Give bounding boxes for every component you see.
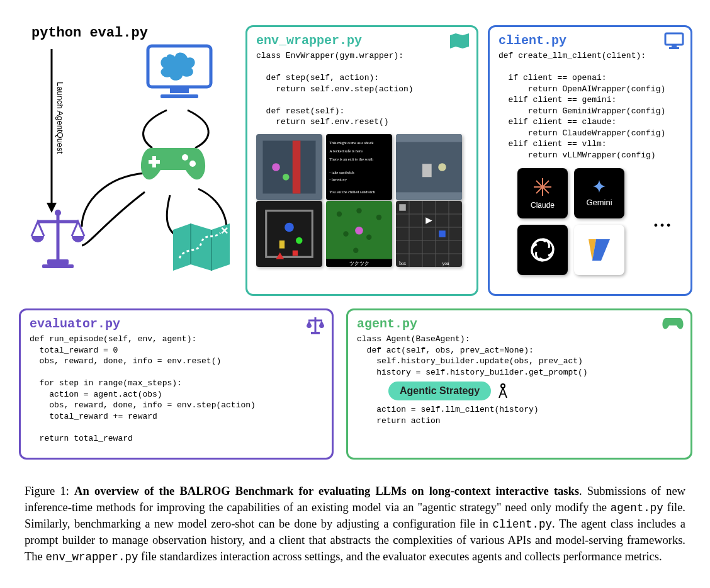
agentic-strategy-pill: Agentic Strategy (388, 382, 491, 400)
gemini-logo: Gemini (574, 168, 624, 218)
svg-text:you: you (442, 261, 449, 266)
game-thumb: boxyou (396, 201, 462, 267)
svg-line-75 (536, 181, 543, 187)
vllm-logo (574, 225, 624, 275)
brain-monitor-icon (145, 43, 214, 105)
env-title: env_wrapper.py (256, 33, 468, 48)
caption-code: env_wrapper.py (45, 551, 138, 563)
svg-point-20 (272, 163, 280, 171)
figure-caption: Figure 1: An overview of the BALROG Benc… (25, 483, 685, 565)
svg-rect-4 (161, 94, 198, 98)
svg-rect-30 (396, 134, 462, 142)
svg-rect-15 (47, 259, 69, 264)
client-panel: client.py def create_llm_client(client):… (488, 25, 692, 296)
svg-rect-32 (422, 164, 432, 177)
svg-point-40 (296, 237, 303, 244)
svg-point-82 (501, 384, 505, 388)
caption-code: client.py (493, 518, 553, 531)
agent-code-bottom: action = self.llm_client(history) return… (357, 404, 682, 426)
scales-corner-icon (305, 315, 325, 338)
svg-text:This might come as a shock: This might come as a shock (329, 140, 374, 145)
client-code: def create_llm_client(client): if client… (499, 50, 682, 161)
evaluator-panel: evaluator.py def run_episode(self, env, … (19, 308, 334, 460)
svg-point-45 (343, 231, 348, 236)
svg-line-83 (499, 388, 503, 398)
evaluator-title: evaluator.py (30, 317, 323, 331)
compass-icon (497, 383, 509, 402)
svg-point-13 (55, 210, 61, 216)
svg-line-69 (543, 181, 549, 187)
env-code: class EnvWrapper(gym.wrapper): def step(… (256, 50, 468, 128)
svg-point-8 (189, 161, 196, 167)
caption-title: An overview of the BALROG Benchmark for … (74, 485, 579, 497)
svg-text:- take sandwich: - take sandwich (329, 170, 354, 174)
svg-point-44 (376, 215, 381, 220)
env-wrapper-panel: env_wrapper.py class EnvWrapper(gym.wrap… (245, 25, 478, 296)
svg-point-47 (353, 247, 358, 252)
svg-rect-65 (665, 33, 683, 45)
svg-point-48 (355, 227, 363, 235)
svg-rect-60 (399, 204, 406, 211)
svg-rect-3 (170, 88, 189, 93)
game-thumbnails: This might come as a shockA locked safe … (256, 134, 468, 264)
figure-label: Figure 1: (25, 485, 69, 497)
svg-rect-18 (263, 140, 316, 193)
claude-logo: Claude (517, 168, 568, 218)
game-thumb (256, 201, 322, 267)
client-title: client.py (499, 33, 682, 48)
game-thumb: ツクツク (326, 201, 392, 267)
svg-text:ツクツク: ツクツク (349, 261, 369, 266)
svg-point-7 (182, 154, 188, 161)
svg-text:✕: ✕ (220, 225, 228, 236)
svg-line-84 (503, 388, 507, 398)
game-thumb: This might come as a shockA locked safe … (326, 134, 392, 200)
map-icon: ✕ (170, 220, 233, 276)
agent-code-top: class Agent(BaseAgent): def act(self, ob… (357, 334, 682, 378)
svg-rect-62 (439, 230, 446, 237)
gamepad-icon (138, 139, 208, 188)
caption-text: file standardizes interaction across set… (138, 550, 662, 563)
svg-rect-81 (311, 332, 320, 334)
game-thumb (256, 134, 322, 200)
openai-logo (517, 225, 568, 275)
svg-rect-16 (42, 264, 74, 268)
monitor-corner-icon (664, 32, 684, 52)
svg-rect-67 (669, 47, 679, 49)
agent-panel: agent.py class Agent(BaseAgent): def act… (346, 308, 692, 460)
svg-rect-37 (279, 240, 285, 249)
svg-rect-19 (293, 140, 301, 193)
svg-text:box: box (399, 261, 406, 266)
svg-text:There is an exit to the south: There is an exit to the south (329, 157, 374, 161)
gamepad-corner-icon (662, 315, 684, 333)
svg-rect-66 (672, 45, 677, 47)
svg-point-33 (438, 163, 446, 171)
svg-line-73 (536, 187, 543, 193)
svg-rect-6 (149, 160, 160, 164)
svg-text:A locked safe is here.: A locked safe is here. (329, 149, 363, 153)
caption-code: agent.py (611, 502, 663, 514)
diagram: python eval.py Launch AgentQuest (13, 13, 697, 472)
agent-title: agent.py (357, 317, 682, 331)
scales-icon (28, 208, 88, 273)
svg-rect-38 (293, 251, 298, 256)
map-corner-icon (449, 32, 470, 52)
svg-text:You eat the chilled sandwich: You eat the chilled sandwich (329, 189, 375, 194)
svg-point-42 (337, 212, 342, 217)
svg-point-36 (285, 222, 294, 232)
svg-point-46 (366, 234, 371, 239)
svg-text:- inventory: - inventory (329, 176, 347, 181)
svg-rect-31 (396, 192, 462, 200)
svg-line-71 (543, 187, 549, 193)
ellipsis: … (653, 210, 672, 231)
game-thumb (396, 134, 462, 200)
svg-point-43 (356, 208, 361, 213)
evaluator-code: def run_episode(self, env, agent): total… (30, 334, 323, 444)
svg-point-21 (283, 174, 290, 181)
